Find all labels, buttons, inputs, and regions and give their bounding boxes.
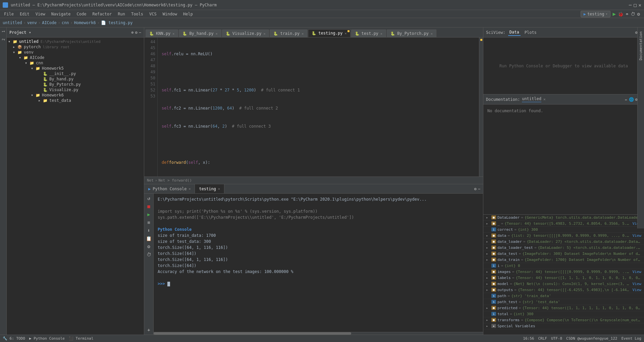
view-link[interactable]: View <box>633 288 642 292</box>
doc-tab-close[interactable]: ✕ <box>543 97 546 101</box>
project-icon[interactable]: 1 <box>1 29 6 34</box>
tab-close[interactable]: ✕ <box>344 31 346 35</box>
doc-tab-name[interactable]: untitled <box>522 96 541 102</box>
expand-icon[interactable]: ▸ <box>486 318 491 322</box>
status-event-log[interactable]: Event Log <box>621 336 641 341</box>
sciview-tab-plots[interactable]: Plots <box>523 29 538 36</box>
status-todo[interactable]: 🔧 6: TODO <box>3 336 25 341</box>
view-link[interactable]: View <box>633 233 642 238</box>
status-encoding[interactable]: UTF-8 <box>551 336 562 341</box>
tree-item-by-hand[interactable]: ▸ 🐍 By_hand.py <box>7 76 144 82</box>
var-path-test[interactable]: ▸ s path_test = {str} 'test_data' <box>483 299 644 305</box>
settings-console-icon[interactable]: ⚙ <box>146 243 152 250</box>
settings-icon[interactable]: ⚙ <box>474 187 477 191</box>
breadcrumb-venv[interactable]: venv <box>27 20 37 25</box>
tab-visualize[interactable]: 🐍 Visualize.py ✕ <box>222 29 269 37</box>
var-data-train[interactable]: ▸ ■ data_train = {ImageFolder: 1700} Dat… <box>483 257 644 263</box>
var-data[interactable]: ▸ ■ data = {list: 2} tensor([[[[0.9999, … <box>483 233 644 239</box>
expand-icon[interactable]: ▸ <box>486 246 491 250</box>
breadcrumb-untitled[interactable]: untitled <box>3 20 22 25</box>
menu-file[interactable]: File <box>1 11 16 17</box>
tab-test[interactable]: 🐍 test.py ✕ <box>351 29 386 37</box>
scroll-icon[interactable]: ⬇ <box>146 227 152 234</box>
tree-item-venv[interactable]: ▾ 📁 venv <box>7 50 144 55</box>
var-labels[interactable]: ▸ ■ labels = {Tensor: 44} tensor([1, 1, … <box>483 275 644 281</box>
view-link[interactable]: View <box>633 270 642 274</box>
var-special[interactable]: ▸ ★ Special Variables <box>483 323 644 329</box>
var-outputs[interactable]: ▸ ■ outputs = {Tensor: 44} tensor([[-6.4… <box>483 287 644 293</box>
var-total[interactable]: ▸ i total = {int} 300 <box>483 311 644 317</box>
menu-navigate[interactable]: Navigate <box>49 11 73 17</box>
tree-item-by-pytorch[interactable]: ▸ 🐍 By_Pytorch.py <box>7 82 144 87</box>
add-icon[interactable]: + <box>146 327 152 333</box>
tab-close[interactable]: ✕ <box>216 32 218 36</box>
var-path[interactable]: ▸ s path = {str} 'train_data' <box>483 293 644 299</box>
expand-icon[interactable]: ▸ <box>486 258 491 262</box>
expand-icon[interactable]: ▸ <box>486 288 491 292</box>
tab-python-console[interactable]: ▶ Python Console ✕ <box>144 184 195 193</box>
var-predicted[interactable]: ▸ ■ predicted = {Tensor: 44} tensor([1, … <box>483 305 644 311</box>
scrollbar-thumb[interactable] <box>154 332 351 335</box>
editor-scrollbar[interactable] <box>479 38 483 177</box>
menu-help[interactable]: Help <box>180 11 196 17</box>
expand-icon[interactable]: ▸ <box>486 270 491 274</box>
tab-close[interactable]: ✕ <box>172 32 174 36</box>
stop-icon[interactable]: ■ <box>146 203 152 210</box>
sciview-tab-data[interactable]: Data <box>508 29 521 36</box>
tree-item-aicode[interactable]: ▾ 📁 AICode <box>7 55 144 60</box>
expand-icon[interactable]: ▸ <box>486 240 491 244</box>
tree-item-homework5[interactable]: ▾ 📁 Homework5 <box>7 66 144 71</box>
menu-vcs[interactable]: VCS <box>147 11 159 17</box>
var-transforms[interactable]: ▸ ■ transforms = {Compose} Compose(\n To… <box>483 317 644 323</box>
menu-edit[interactable]: Edit <box>17 11 32 17</box>
run-icon[interactable]: ▶ <box>146 211 152 218</box>
project-collapse-icon[interactable]: − <box>139 30 141 35</box>
var-data-test[interactable]: ▸ ■ data_test = {ImageFolder: 300} Datas… <box>483 251 644 257</box>
var-correct[interactable]: ▸ i correct = {int} 300 <box>483 227 644 233</box>
menu-view[interactable]: View <box>33 11 48 17</box>
expand-icon[interactable]: ▸ <box>486 221 491 226</box>
title-bar-controls[interactable]: ─ □ ✕ <box>629 2 641 8</box>
tab-by-pytorch[interactable]: 🐍 By_Pytorch.py ✕ <box>387 29 436 37</box>
breadcrumb-cnn[interactable]: cnn <box>62 20 69 25</box>
status-python-console-btn[interactable]: ▶ Python Console <box>29 336 65 341</box>
rerun-icon[interactable]: ↺ <box>146 195 152 202</box>
tree-item-init[interactable]: ▸ 🐍 __init__.py <box>7 71 144 76</box>
status-user[interactable]: CSDN @wuguanfengyue_122 <box>566 336 617 341</box>
locate-icon[interactable]: ⊕ <box>131 30 133 35</box>
softcopy-icon[interactable]: 📋 <box>146 235 152 242</box>
tree-item-pytorch[interactable]: ▸ 📦 pytorch library root <box>7 44 144 50</box>
menu-refactor[interactable]: Refactor <box>90 11 114 17</box>
run-button[interactable]: ▶ <box>612 11 616 17</box>
console-prompt[interactable]: >>> <box>158 281 479 287</box>
var-underscore[interactable]: ▸ ■ _ = {Tensor: 44} tensor([5.4983, 5.2… <box>483 221 644 227</box>
tab-testing[interactable]: 🐍 testing.py ✕ <box>308 29 350 37</box>
var-images[interactable]: ▸ ■ images = {Tensor: 44} tensor([[[[0.9… <box>483 269 644 275</box>
tab-by-hand[interactable]: 🐍 By_hand.py ✕ <box>179 29 221 37</box>
clock-icon[interactable]: ⏱ <box>146 251 152 258</box>
tab-close[interactable]: ✕ <box>263 32 265 36</box>
status-position[interactable]: 16:56 <box>523 336 534 341</box>
menu-run[interactable]: Run <box>115 11 128 17</box>
expand-icon[interactable]: ▸ <box>486 215 491 220</box>
expand-icon[interactable]: ▸ <box>486 276 491 280</box>
profile-button[interactable]: ⏱ <box>631 11 635 17</box>
view-link[interactable]: View <box>633 282 642 286</box>
tab-train[interactable]: 🐍 train.py ✕ <box>270 29 307 37</box>
breadcrumb-aicode[interactable]: AICode <box>42 20 56 25</box>
tree-item-visualize[interactable]: ▸ 🐍 Visualize.py <box>7 87 144 92</box>
project-header-icons[interactable]: ⊕ ⚙ − <box>131 30 141 35</box>
var-i[interactable]: ▸ i i = {int} 0 <box>483 263 644 269</box>
tab-close[interactable]: ✕ <box>380 32 382 36</box>
tree-item-cnn[interactable]: ▾ 📁 cnn <box>7 60 144 66</box>
console-tab-icons[interactable]: ⚙ − <box>474 187 483 191</box>
var-dataloader[interactable]: ▸ ■ DataLoader = {GenericMeta} torch.uti… <box>483 215 644 221</box>
status-line-ending[interactable]: CRLF <box>538 336 547 341</box>
coverage-button[interactable]: ☂ <box>626 11 628 17</box>
expand-icon[interactable]: ▸ <box>486 282 491 286</box>
doc-link-icon[interactable]: 🌐 <box>629 97 634 102</box>
menu-code[interactable]: Code <box>74 11 89 17</box>
code-area[interactable]: self.relu = nn.ReLU() self.fc1 = nn.Line… <box>158 38 479 177</box>
tree-item-homework6[interactable]: ▾ 📁 Homework6 <box>7 92 144 98</box>
documentation-tab-label[interactable]: Documentation <box>639 31 643 60</box>
